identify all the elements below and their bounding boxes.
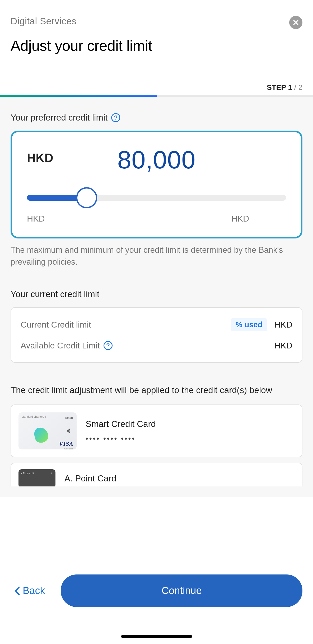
close-icon: [292, 19, 299, 26]
continue-button[interactable]: Continue: [61, 574, 302, 607]
current-limit-label: Your current credit limit: [11, 289, 302, 299]
available-limit-row: Available Credit Limit ? HKD: [21, 341, 292, 351]
help-icon[interactable]: ?: [111, 113, 120, 122]
card-name: Smart Credit Card: [86, 419, 156, 429]
help-icon[interactable]: ?: [104, 341, 113, 350]
current-limit-currency: HKD: [274, 320, 292, 330]
slider-min-label: HKD: [27, 214, 45, 224]
slider-max-label: HKD: [231, 214, 249, 224]
progress-fill: [0, 95, 157, 97]
chevron-left-icon: [14, 586, 20, 595]
footer-bar: Back Continue: [0, 563, 313, 644]
slider-track: [27, 195, 286, 201]
current-limit-box: Current Credit limit % used HKD Availabl…: [11, 307, 302, 363]
currency-label: HKD: [27, 151, 53, 165]
credit-card-row: • Alipay HK ✦ A. Point Card: [11, 463, 302, 486]
close-button[interactable]: [289, 16, 302, 29]
home-indicator[interactable]: [121, 635, 192, 638]
progress-bar: [0, 95, 313, 97]
percent-used-badge: % used: [231, 318, 267, 331]
card-number-masked: •••• •••• ••••: [86, 434, 156, 443]
page-header: Digital Services Adjust your credit limi…: [0, 0, 313, 65]
slider-labels: HKD HKD: [27, 214, 286, 224]
logo-icon: [30, 424, 54, 448]
card-image: • Alipay HK ✦: [18, 469, 55, 486]
step-indicator: STEP 1 / 2: [0, 65, 313, 95]
limit-slider[interactable]: HKD HKD: [27, 195, 286, 224]
visa-logo: VISA: [59, 440, 73, 447]
card-image: standard chartered Smart VISA Signature: [18, 412, 77, 449]
apply-section-text: The credit limit adjustment will be appl…: [11, 384, 302, 397]
back-button[interactable]: Back: [11, 585, 45, 596]
limit-value-input[interactable]: 80,000: [109, 145, 204, 176]
contactless-icon: [66, 428, 72, 435]
preferred-limit-card: HKD 80,000 HKD HKD: [11, 131, 302, 238]
card-name: A. Point Card: [64, 473, 116, 484]
main-content: Your preferred credit limit ? HKD 80,000…: [0, 97, 313, 497]
current-limit-row: Current Credit limit % used HKD: [21, 318, 292, 331]
page-title: Adjust your credit limit: [11, 37, 302, 54]
slider-thumb[interactable]: [76, 187, 97, 208]
logo-icon: ✦: [51, 472, 53, 475]
credit-card-row: standard chartered Smart VISA Signature …: [11, 404, 302, 457]
preferred-limit-label: Your preferred credit limit ?: [11, 113, 302, 123]
page-subtitle: Digital Services: [11, 16, 302, 26]
disclaimer-text: The maximum and minimum of your credit l…: [11, 244, 302, 268]
available-limit-currency: HKD: [274, 341, 292, 351]
